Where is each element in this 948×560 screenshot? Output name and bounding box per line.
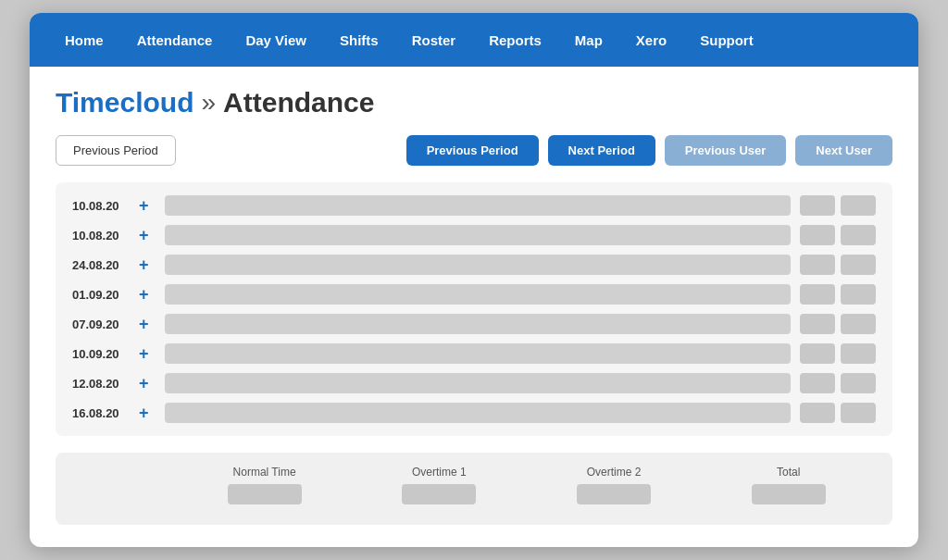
row-actions [800,403,876,423]
attendance-table: 10.08.20 + 10.08.20 + 24.08. [56,182,892,436]
prev-period-outline-button[interactable]: Previous Period [56,135,176,166]
row-action-btn-1[interactable] [800,225,835,245]
table-row: 10.09.20 + [72,343,876,364]
row-bar [165,255,791,275]
row-bar [165,373,791,393]
nav-support[interactable]: Support [683,13,770,67]
row-action-btn-1[interactable] [800,284,835,305]
overtime2-label: Overtime 2 [587,466,642,479]
add-row-icon[interactable]: + [139,374,156,393]
row-date: 10.08.20 [72,229,130,243]
app-window: Home Attendance Day View Shifts Roster R… [30,13,918,547]
prev-user-button[interactable]: Previous User [665,135,786,166]
row-date: 12.08.20 [72,377,130,391]
table-row: 16.08.20 + [72,403,876,423]
summary-col-total: Total [701,466,876,504]
row-action-btn-1[interactable] [800,314,835,334]
summary-col-normal-time: Normal Time [177,466,352,504]
row-actions [800,225,876,245]
next-period-button[interactable]: Next Period [548,135,655,166]
nav-attendance[interactable]: Attendance [120,13,230,67]
row-bar [165,314,791,334]
row-action-btn-2[interactable] [841,284,876,305]
summary-col-empty [72,466,177,504]
overtime2-value [577,484,651,504]
row-bar [165,284,791,305]
nav-home[interactable]: Home [48,13,120,67]
total-value [752,484,826,504]
row-date: 10.09.20 [72,347,130,361]
table-row: 10.08.20 + [72,225,876,245]
row-date: 07.09.20 [72,317,130,331]
row-action-btn-1[interactable] [800,403,835,423]
row-actions [800,284,876,305]
row-action-btn-1[interactable] [800,255,835,275]
row-actions [800,255,876,275]
prev-period-button[interactable]: Previous Period [406,135,539,166]
breadcrumb-separator: » [201,88,216,118]
nav-roster[interactable]: Roster [395,13,473,67]
row-date: 24.08.20 [72,258,130,272]
next-user-button[interactable]: Next User [795,135,892,166]
total-label: Total [777,466,800,479]
row-date: 16.08.20 [72,406,130,420]
overtime1-label: Overtime 1 [412,466,467,479]
summary-col-overtime1: Overtime 1 [352,466,527,504]
nav-shifts[interactable]: Shifts [323,13,395,67]
normal-time-label: Normal Time [233,466,296,479]
table-row: 01.09.20 + [72,284,876,305]
nav-map[interactable]: Map [558,13,619,67]
row-bar [165,343,791,364]
summary-panel: Normal Time Overtime 1 Overtime 2 Total [56,453,892,525]
row-actions [800,373,876,393]
table-row: 07.09.20 + [72,314,876,334]
row-bar [165,195,791,216]
row-action-btn-2[interactable] [841,403,876,423]
add-row-icon[interactable]: + [139,315,156,334]
table-row: 12.08.20 + [72,373,876,393]
normal-time-value [228,484,302,504]
add-row-icon[interactable]: + [139,344,156,364]
row-date: 10.08.20 [72,199,130,213]
add-row-icon[interactable]: + [139,255,156,275]
nav-day-view[interactable]: Day View [229,13,323,67]
app-name: Timecloud [56,87,193,118]
nav-xero[interactable]: Xero [619,13,683,67]
overtime1-value [402,484,476,504]
summary-labels: Normal Time Overtime 1 Overtime 2 Total [72,466,876,504]
page-title: Attendance [223,87,374,118]
summary-col-overtime2: Overtime 2 [527,466,702,504]
row-action-btn-2[interactable] [841,343,876,364]
table-row: 10.08.20 + [72,195,876,216]
table-row: 24.08.20 + [72,255,876,275]
row-action-btn-2[interactable] [841,225,876,245]
row-date: 01.09.20 [72,288,130,302]
row-action-btn-2[interactable] [841,255,876,275]
row-action-btn-2[interactable] [841,314,876,334]
row-action-btn-1[interactable] [800,195,835,216]
row-action-btn-1[interactable] [800,343,835,364]
breadcrumb: Timecloud » Attendance [56,87,892,118]
nav-reports[interactable]: Reports [472,13,558,67]
add-row-icon[interactable]: + [139,226,156,245]
row-actions [800,314,876,334]
row-bar [165,403,791,423]
row-action-btn-2[interactable] [841,195,876,216]
row-actions [800,343,876,364]
row-action-btn-2[interactable] [841,373,876,393]
add-row-icon[interactable]: + [139,404,156,423]
row-action-btn-1[interactable] [800,373,835,393]
row-bar [165,225,791,245]
row-actions [800,195,876,216]
page-content: Timecloud » Attendance Previous Period P… [30,67,918,547]
add-row-icon[interactable]: + [139,196,156,216]
main-nav: Home Attendance Day View Shifts Roster R… [30,13,918,67]
add-row-icon[interactable]: + [139,285,156,305]
toolbar: Previous Period Previous Period Next Per… [56,135,892,166]
